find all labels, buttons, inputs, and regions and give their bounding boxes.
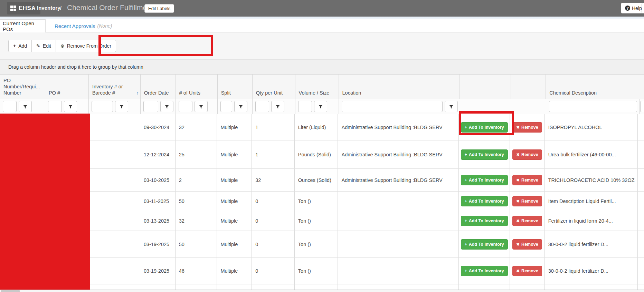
column-header-order-date[interactable]: Order Date bbox=[141, 75, 176, 99]
edit-labels-button[interactable]: Edit Labels bbox=[144, 4, 174, 13]
add-to-inventory-label: Add To Inventory bbox=[469, 218, 504, 223]
filter-funnel-button-order-date[interactable] bbox=[160, 101, 173, 112]
app-logo[interactable]: EHSA bbox=[7, 2, 40, 14]
column-header-po[interactable]: PO # bbox=[45, 75, 89, 99]
top-navigation-bar: EHSA / Inventory / Chemical Order Fulfil… bbox=[0, 0, 644, 17]
orders-grid: PO Number/Requi... Number PO # Inventory… bbox=[0, 74, 644, 290]
cell-chemical-description: Urea bulk fertilizer (46-00-00... bbox=[545, 140, 638, 168]
edit-button[interactable]: ✎ Edit bbox=[31, 40, 56, 52]
add-to-inventory-button[interactable]: +Add To Inventory bbox=[461, 266, 508, 276]
group-by-drop-zone[interactable]: Drag a column header and drop it here to… bbox=[0, 59, 644, 74]
filter-funnel-button-po[interactable] bbox=[64, 101, 77, 112]
column-header-qty-per-unit[interactable]: Qty per Unit bbox=[253, 75, 295, 99]
cell-inventory-barcode bbox=[88, 211, 140, 231]
filter-funnel-button-volume-size[interactable] bbox=[314, 101, 327, 112]
filter-funnel-button-qty-per-unit[interactable] bbox=[271, 101, 284, 112]
add-to-inventory-button[interactable]: +Add To Inventory bbox=[461, 216, 508, 226]
annotation-box-pi-dropdown bbox=[98, 35, 213, 56]
filter-funnel-button-po-number[interactable] bbox=[19, 101, 32, 112]
add-to-inventory-button[interactable]: +Add To Inventory bbox=[461, 149, 508, 160]
x-icon: ✖ bbox=[516, 242, 520, 247]
cell-order-date: 09-30-2024 bbox=[140, 114, 176, 140]
pencil-icon: ✎ bbox=[36, 43, 40, 49]
remove-button[interactable]: ✖Remove bbox=[512, 239, 542, 250]
remove-button[interactable]: ✖Remove bbox=[512, 216, 542, 226]
cell-qty-per-unit: 1 bbox=[252, 114, 295, 140]
tab-recent-approvals-label[interactable]: Recent Approvals bbox=[55, 23, 95, 29]
cell-qty-per-unit: 0 bbox=[252, 258, 295, 284]
cell-location: Administrative Support Building :BLDG SE… bbox=[338, 169, 459, 191]
filter-funnel-button-inventory-barcode[interactable] bbox=[115, 101, 128, 112]
grid-filter-row bbox=[0, 99, 644, 114]
filter-input-order-date[interactable] bbox=[143, 101, 158, 112]
horizontal-scrollbar[interactable] bbox=[0, 290, 644, 292]
x-icon: ✖ bbox=[516, 199, 520, 204]
remove-label: Remove bbox=[521, 218, 538, 223]
cell-inventory-barcode bbox=[88, 114, 140, 140]
cell-location bbox=[338, 258, 459, 284]
remove-label: Remove bbox=[521, 242, 538, 247]
filter-input-split[interactable] bbox=[220, 101, 232, 112]
filter-input-po[interactable] bbox=[48, 101, 62, 112]
cell-order-date: 03-10-2025 bbox=[140, 169, 176, 191]
add-to-inventory-button[interactable]: +Add To Inventory bbox=[461, 196, 508, 206]
annotation-box-add-to-inventory bbox=[459, 111, 514, 135]
column-header-inventory-barcode[interactable]: Inventory # or Barcode # ↑ bbox=[89, 75, 141, 99]
cell-chemical-description: 30-0-0-2 liquid fertilizer D... bbox=[545, 258, 638, 284]
cell-split: Multiple bbox=[217, 169, 252, 191]
column-header-location[interactable]: Location bbox=[339, 75, 460, 99]
page-title: Chemical Order Fulfillment bbox=[67, 3, 153, 12]
cell-chemical-description: TRICHLOROACETIC ACID 10% 32OZ bbox=[545, 169, 638, 191]
remove-button[interactable]: ✖Remove bbox=[512, 196, 542, 206]
remove-label: Remove bbox=[521, 152, 538, 157]
filter-input-inventory-barcode[interactable] bbox=[92, 101, 113, 112]
remove-button[interactable]: ✖Remove bbox=[512, 175, 542, 185]
plus-icon: + bbox=[465, 218, 467, 223]
breadcrumb-separator: / bbox=[32, 5, 34, 11]
remove-button[interactable]: ✖Remove bbox=[512, 149, 542, 160]
filter-input-units[interactable] bbox=[179, 101, 192, 112]
add-to-inventory-button[interactable]: +Add To Inventory bbox=[461, 175, 508, 185]
cell-qty-per-unit: 0 bbox=[252, 211, 295, 231]
column-header-volume-size[interactable]: Volume / Size bbox=[295, 75, 339, 99]
filter-funnel-icon bbox=[119, 104, 124, 109]
add-button-label: Add bbox=[18, 43, 27, 49]
filter-input-volume-size[interactable] bbox=[298, 101, 312, 112]
filter-funnel-button-split[interactable] bbox=[234, 101, 247, 112]
filter-input-po-number[interactable] bbox=[3, 101, 17, 112]
column-header-units[interactable]: # of Units bbox=[176, 75, 218, 99]
clipped-toolbar-button[interactable] bbox=[642, 3, 644, 13]
filter-funnel-button-location[interactable] bbox=[445, 101, 458, 112]
help-button-label: Help bbox=[632, 6, 642, 11]
help-button[interactable]: ? Help bbox=[621, 3, 644, 13]
remove-button[interactable]: ✖Remove bbox=[512, 122, 542, 133]
cell-units: 32 bbox=[176, 114, 217, 140]
filter-input-chemical-description[interactable] bbox=[549, 101, 637, 112]
breadcrumb-inventory-link[interactable]: Inventory bbox=[37, 5, 60, 11]
cell-volume-size: Ounces (Solid) bbox=[295, 169, 338, 191]
plus-icon: + bbox=[465, 199, 467, 204]
remove-button[interactable]: ✖Remove bbox=[512, 266, 542, 276]
tab-current-open-pos[interactable]: Current Open POs bbox=[0, 19, 46, 33]
horizontal-scrollbar-thumb[interactable] bbox=[1, 290, 20, 292]
add-to-inventory-button[interactable]: +Add To Inventory bbox=[461, 239, 508, 250]
column-header-po-number[interactable]: PO Number/Requi... Number bbox=[0, 75, 45, 99]
column-header-clipped bbox=[639, 75, 644, 99]
cell-order-date: 12-12-2024 bbox=[140, 140, 176, 168]
filter-funnel-button-units[interactable] bbox=[195, 101, 208, 112]
column-header-chemical-description[interactable]: Chemical Description bbox=[546, 75, 639, 99]
filter-input-qty-per-unit[interactable] bbox=[255, 101, 269, 112]
filter-input-location[interactable] bbox=[342, 101, 443, 112]
cell-volume-size: Ton () bbox=[295, 231, 338, 257]
cell-order-date: 03-13-2025 bbox=[140, 211, 176, 231]
cell-units: 50 bbox=[176, 192, 217, 211]
filter-funnel-button-chemical-description[interactable] bbox=[640, 101, 644, 112]
tab-current-open-pos-label: Current Open POs bbox=[3, 20, 45, 32]
tab-recent-approvals[interactable]: Recent Approvals (None) bbox=[51, 19, 115, 32]
add-button[interactable]: + Add bbox=[8, 40, 32, 52]
app-grid-icon bbox=[10, 6, 16, 11]
cell-chemical-description: 30-0-0-2 liquid fertilizer D... bbox=[545, 231, 638, 257]
column-header-remove bbox=[511, 75, 546, 99]
column-header-split[interactable]: Split bbox=[218, 75, 253, 99]
table-row: 03-11-2025 50 Multiple 0 Ton () +Add To … bbox=[0, 192, 644, 211]
